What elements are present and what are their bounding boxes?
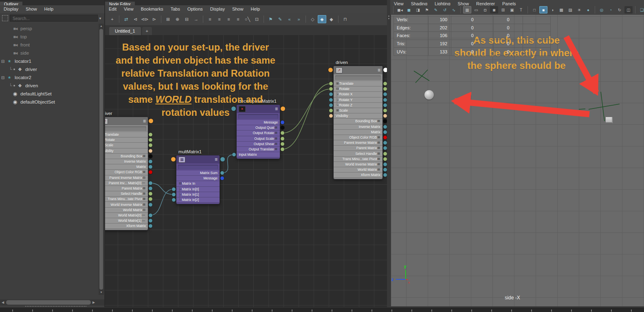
attribute-plug[interactable] xyxy=(171,157,176,162)
node-menu-icon[interactable]: ≡ xyxy=(143,118,146,124)
attribute-plug[interactable] xyxy=(383,152,387,155)
outliner-item-top[interactable]: ◼◀top xyxy=(0,33,99,41)
attribute-plug[interactable] xyxy=(329,98,333,102)
viewport-canvas[interactable]: Verts:10000Edges:20200Faces:10600Tris:19… xyxy=(390,14,644,307)
expand-icon[interactable]: ⊞ xyxy=(377,151,380,156)
panel-resize-grip[interactable] xyxy=(25,306,86,307)
node-attr-trans-minu-tate-pivot[interactable]: Trans Minu...tate Pivot⊞ xyxy=(334,157,382,162)
attribute-plug[interactable] xyxy=(281,121,284,124)
attribute-plug[interactable] xyxy=(220,157,225,162)
search-icon[interactable]: ○╲ xyxy=(243,15,252,23)
attribute-plug[interactable] xyxy=(281,131,284,135)
expand-icon[interactable]: ⊞ xyxy=(377,146,380,150)
scroll-up-icon[interactable]: ▲ xyxy=(99,24,104,29)
node-attr-inverse-matrix[interactable]: Inverse Matrix xyxy=(334,124,382,130)
attribute-plug[interactable] xyxy=(149,165,152,169)
node-attr-matrix-in-0-[interactable]: ├Matrix In[0] xyxy=(176,187,220,192)
node-editor-canvas[interactable]: driver↗≡⊞Translate⊞Rotate⊞ScaleVisibilit… xyxy=(105,35,387,307)
expand-icon[interactable]: ⊞ xyxy=(143,202,145,207)
node-attr-message[interactable]: Message xyxy=(237,120,280,125)
node-attr-matrix-in-1-[interactable]: ├Matrix In[1] xyxy=(176,192,220,197)
attribute-plug[interactable] xyxy=(383,168,387,172)
node-attr-input-matrix[interactable]: Input Matrix xyxy=(237,152,280,157)
node-attr-world-matrix[interactable]: World Matrix⊟ xyxy=(105,208,148,213)
outliner-vscrollbar[interactable]: ▲ ▼ xyxy=(99,24,104,295)
attribute-plug[interactable] xyxy=(149,203,152,206)
attribute-plug[interactable] xyxy=(383,130,387,134)
node-attr-rotate-x[interactable]: ├Rotate X xyxy=(334,92,382,97)
display-simple-icon[interactable]: ◇ xyxy=(308,15,317,23)
outliner-item-locator1[interactable]: ⊟*locator1 xyxy=(0,57,99,65)
attribute-plug[interactable] xyxy=(149,154,152,158)
node-editor-menu-bookmarks[interactable]: Bookmarks xyxy=(137,5,167,13)
outliner-menu-help[interactable]: Help xyxy=(41,5,57,13)
expand-icon[interactable]: ⊞ xyxy=(143,186,145,191)
node-attr-parent-inv-matrix-0-[interactable]: Parent Inv... Matrix[0] xyxy=(105,181,148,186)
camera-attributes-icon[interactable]: ◨ xyxy=(414,6,422,13)
expand-icon[interactable]: ⊞ xyxy=(377,167,380,172)
expand-icon[interactable]: ⊞ xyxy=(336,81,339,86)
input-connections-icon[interactable]: ⊲ xyxy=(131,15,140,23)
bookmark-icon[interactable]: ⚑ xyxy=(423,6,431,13)
gate-mask-icon[interactable]: ◙ xyxy=(490,6,498,13)
outliner-item-front[interactable]: ◼◀front xyxy=(0,41,99,49)
node-attr-visibility[interactable]: Visibility xyxy=(334,113,382,119)
filter-selection-icon[interactable] xyxy=(2,15,8,21)
vscroll-thumb[interactable] xyxy=(99,29,103,290)
node-attr-xform-matrix[interactable]: Xform Matrix xyxy=(334,173,382,178)
outliner-item-persp[interactable]: ◼◀persp xyxy=(0,24,99,33)
attribute-plug[interactable] xyxy=(329,103,333,107)
multisample-icon[interactable]: ◫ xyxy=(624,6,633,13)
layout-grid-icon[interactable]: ≡ xyxy=(224,15,233,23)
attribute-plug[interactable] xyxy=(149,181,152,185)
attribute-plug[interactable] xyxy=(383,93,387,96)
attribute-plug[interactable] xyxy=(329,109,333,113)
grid-icon[interactable]: ▦ xyxy=(463,6,471,13)
field-chart-icon[interactable]: ⊞ xyxy=(499,6,507,13)
snap-icon[interactable]: ↺ xyxy=(441,6,449,13)
attribute-plug[interactable] xyxy=(383,162,387,166)
hscroll-thumb[interactable] xyxy=(6,300,91,305)
node-driver[interactable]: driver↗≡⊞Translate⊞Rotate⊞ScaleVisibilit… xyxy=(105,117,148,230)
node-filter-field[interactable] xyxy=(178,165,218,169)
attribute-plug[interactable] xyxy=(383,68,387,72)
node-attr-inverse-matrix[interactable]: Inverse Matrix xyxy=(105,159,148,164)
attribute-plug[interactable] xyxy=(149,119,153,123)
attribute-plug[interactable] xyxy=(383,82,387,86)
node-attr-output-rotate[interactable]: Output Rotate⊞ xyxy=(237,131,280,136)
node-editor-menu-help[interactable]: Help xyxy=(247,5,264,13)
node-attr-output-scale[interactable]: Output Scale⊞ xyxy=(237,136,280,142)
wireframe-icon[interactable]: □ xyxy=(530,6,538,13)
bookmark-edit-icon[interactable]: ✎ xyxy=(276,15,284,23)
attribute-plug[interactable] xyxy=(172,187,176,191)
attribute-plug[interactable] xyxy=(329,93,333,96)
attribute-plug[interactable] xyxy=(329,82,333,86)
expand-icon[interactable]: ⊞ xyxy=(143,154,145,159)
attribute-plug[interactable] xyxy=(149,144,152,147)
attribute-plug[interactable] xyxy=(220,177,224,180)
expand-icon[interactable]: ⊞ xyxy=(275,136,277,141)
search-input[interactable] xyxy=(10,15,98,22)
node-attr-select-handle[interactable]: Select Handle⊞ xyxy=(105,191,148,197)
node-attr-output-quat[interactable]: Output Quat⊞ xyxy=(237,125,280,131)
outliner-item-side[interactable]: ◼◀side xyxy=(0,49,99,57)
expand-icon[interactable]: ⊞ xyxy=(336,108,339,113)
expand-icon[interactable]: ⊞ xyxy=(143,191,145,196)
expand-collapse-icon[interactable]: ⊟ xyxy=(0,75,6,80)
node-attr-scale[interactable]: ⊞Scale xyxy=(334,108,382,113)
node-attr-output-translate[interactable]: Output Translate⊞ xyxy=(237,147,280,152)
attribute-plug[interactable] xyxy=(383,173,387,177)
node-filter-field[interactable] xyxy=(105,126,146,131)
layout-rows-icon[interactable]: ≡ xyxy=(206,15,214,23)
scroll-left-icon[interactable]: ◀ xyxy=(0,299,6,305)
node-attr-world-inverse-matrix[interactable]: World Inverse Matrix⊞ xyxy=(105,202,148,207)
attribute-plug[interactable] xyxy=(383,87,387,91)
expand-collapse-icon[interactable]: ⊟ xyxy=(0,59,6,64)
attribute-plug[interactable] xyxy=(383,125,387,128)
node-attr-select-handle[interactable]: Select Handle⊞ xyxy=(334,151,382,156)
node-attr-object-color-rgb[interactable]: Object Color RGB⊞ xyxy=(105,170,148,175)
node-attr-rotate[interactable]: ⊟Rotate xyxy=(334,86,382,92)
layout-tree-icon[interactable]: ≡ xyxy=(234,15,242,23)
expand-icon[interactable]: ⊞ xyxy=(377,135,380,140)
expand-icon[interactable]: ⊞ xyxy=(275,147,277,152)
